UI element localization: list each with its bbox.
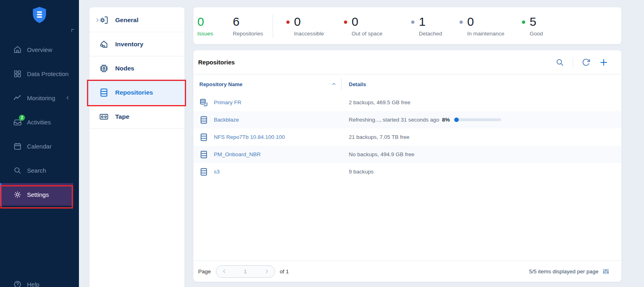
- stat-inaccessible: 0 Inaccessible: [294, 15, 324, 37]
- settings-nav-general[interactable]: General: [89, 8, 184, 32]
- repository-name-link[interactable]: PM_Onboard_NBR: [214, 151, 261, 157]
- settings-nav-label: Nodes: [115, 65, 134, 72]
- activities-inbox-icon: 2: [13, 118, 22, 126]
- stat-in-maintenance: 0 In maintenance: [467, 15, 504, 37]
- repository-name-cell: Primary FR: [193, 98, 341, 107]
- stat-value: 0: [352, 15, 383, 29]
- status-dot-gray: [460, 21, 463, 24]
- sidebar-item-label: Search: [27, 167, 46, 174]
- column-header-repository-name[interactable]: Repository Name: [193, 81, 341, 87]
- stat-good: 5 Good: [530, 15, 543, 37]
- repository-database-icon: [199, 150, 208, 159]
- sidebar-collapse-indicator[interactable]: [71, 29, 74, 32]
- sidebar-item-overview[interactable]: Overview: [0, 37, 79, 62]
- page-number-input[interactable]: [236, 268, 254, 275]
- settings-nav-nodes[interactable]: Nodes: [89, 56, 184, 81]
- table-row[interactable]: NFS Repo7Tb 10.84.100.100 21 backups, 7.…: [193, 128, 621, 146]
- previous-page-icon[interactable]: [222, 268, 227, 274]
- table-row[interactable]: PM_Onboard_NBR No backups, 494.9 GB free: [193, 146, 621, 163]
- stat-label: Detached: [419, 31, 442, 37]
- next-page-icon[interactable]: [264, 268, 269, 274]
- stat-label: Repositories: [233, 31, 263, 37]
- sidebar-item-activities[interactable]: 2 Activities: [0, 110, 79, 134]
- table-row[interactable]: Primary FR 2 backups, 469.5 GB free: [193, 94, 621, 111]
- stat-repositories: 6 Repositories: [233, 15, 263, 37]
- general-settings-icon: [99, 15, 109, 25]
- primary-nav: Overview Data Protection: [0, 37, 79, 206]
- repository-database-icon: [199, 133, 208, 142]
- refresh-icon[interactable]: [582, 58, 590, 67]
- settings-nav-label: Repositories: [115, 89, 153, 96]
- stat-detached: 1 Detached: [419, 15, 442, 37]
- stat-out-of-space: 0 Out of space: [352, 15, 383, 37]
- chevron-left-icon[interactable]: [65, 95, 70, 100]
- footer-right: 5/5 items displayed per page: [529, 268, 609, 275]
- status-dot-gray: [411, 21, 414, 24]
- stat-label: Issues: [197, 31, 213, 37]
- repository-database-icon: [199, 116, 208, 124]
- monitoring-chart-icon: [13, 94, 22, 102]
- sidebar-item-label: Calendar: [27, 143, 52, 150]
- sidebar-item-help[interactable]: Help: [0, 272, 39, 287]
- sort-ascending-icon[interactable]: [331, 82, 336, 87]
- items-per-page-sliders-icon[interactable]: [603, 268, 609, 275]
- chevron-right-icon[interactable]: [89, 18, 99, 23]
- status-dot-green: [522, 21, 525, 24]
- search-icon: [13, 166, 22, 175]
- sidebar-item-label: Activities: [27, 119, 51, 126]
- column-header-details[interactable]: Details: [342, 81, 366, 87]
- stat-value: 0: [294, 15, 324, 29]
- page-label: Page: [198, 268, 211, 275]
- items-per-page-label: 5/5 items displayed per page: [529, 268, 598, 275]
- stat-value: 1: [419, 15, 442, 29]
- settings-nav-repositories[interactable]: Repositories: [89, 81, 184, 105]
- settings-nav-inventory[interactable]: Inventory: [89, 32, 184, 56]
- sidebar-item-label: Settings: [27, 191, 49, 198]
- stat-value: 6: [233, 15, 263, 29]
- stat-value: 0: [467, 15, 504, 29]
- stat-label: Good: [530, 31, 543, 37]
- inventory-icon: [99, 39, 109, 49]
- stat-value: 0: [197, 15, 213, 29]
- page-count-label: of 1: [280, 268, 289, 275]
- table-row[interactable]: Backblaze Refreshing..., started 31 seco…: [193, 111, 621, 128]
- repository-database-icon: [99, 88, 109, 97]
- sidebar-item-monitoring[interactable]: Monitoring: [0, 86, 79, 110]
- help-icon: [13, 280, 22, 287]
- settings-nav-tape[interactable]: Tape: [89, 105, 184, 129]
- refresh-progress-percent: 8%: [442, 117, 450, 123]
- activities-count-badge: 2: [19, 115, 25, 121]
- table-header: Repository Name Details: [193, 74, 621, 94]
- home-icon: [13, 45, 22, 54]
- sidebar-item-data-protection[interactable]: Data Protection: [0, 62, 79, 86]
- sidebar-item-label: Monitoring: [27, 95, 55, 101]
- settings-nav-label: Tape: [115, 113, 129, 120]
- scale-out-repository-icon: [199, 98, 208, 107]
- gear-icon: [13, 190, 22, 199]
- repository-name-link[interactable]: Backblaze: [214, 117, 239, 123]
- repository-name-cell: Backblaze: [193, 116, 341, 124]
- table-row[interactable]: s3 9 backups: [193, 163, 621, 180]
- stat-issues: 0 Issues: [197, 15, 213, 37]
- repository-name-cell: PM_Onboard_NBR: [193, 150, 341, 159]
- sidebar-item-search[interactable]: Search: [0, 158, 79, 182]
- app-logo-shield-icon[interactable]: [30, 5, 49, 25]
- panel-toolbar: [555, 58, 609, 67]
- repository-details-cell: No backups, 494.9 GB free: [341, 151, 414, 157]
- sidebar-item-settings[interactable]: Settings: [0, 183, 73, 206]
- progress-knob: [454, 118, 459, 122]
- add-repository-icon[interactable]: [599, 58, 609, 67]
- stat-label: Out of space: [352, 31, 383, 37]
- search-icon[interactable]: [555, 58, 564, 67]
- repository-name-link[interactable]: NFS Repo7Tb 10.84.100.100: [214, 134, 285, 140]
- repository-details-cell: 21 backups, 7.05 TB free: [341, 134, 410, 140]
- stat-value: 5: [530, 15, 543, 29]
- sidebar-item-calendar[interactable]: Calendar: [0, 134, 79, 158]
- sidebar-item-label: Overview: [27, 46, 52, 53]
- repository-name-link[interactable]: Primary FR: [214, 99, 241, 105]
- status-dot-red: [286, 21, 290, 24]
- repository-stats-card: 0 Issues 6 Repositories 0 Inaccessible 0…: [193, 7, 621, 44]
- repository-name-link[interactable]: s3: [214, 169, 219, 175]
- primary-sidebar: Overview Data Protection: [0, 0, 79, 287]
- repository-details-cell: 2 backups, 469.5 GB free: [341, 99, 410, 105]
